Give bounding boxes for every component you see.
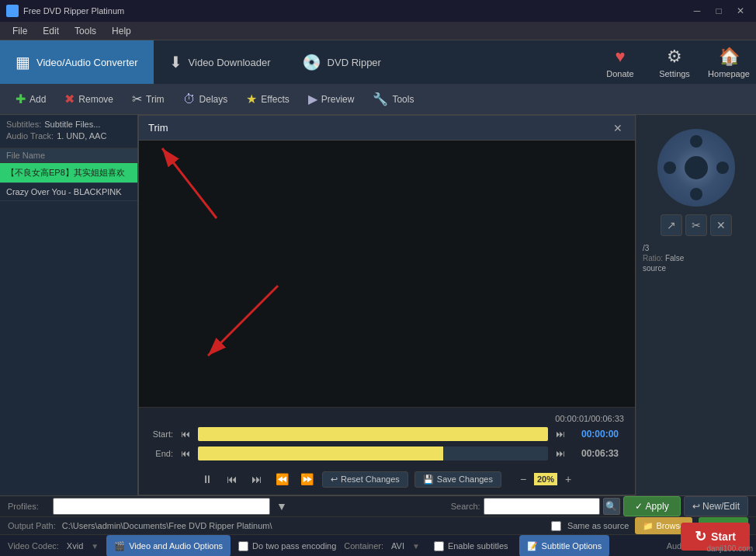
tab-video-downloader[interactable]: ⬇ Video Downloader [154, 40, 286, 84]
zoom-level-display: 20% [534, 473, 557, 485]
donate-button[interactable]: ♥ Donate [593, 40, 647, 84]
minimize-button[interactable]: ─ [688, 4, 706, 18]
right-panel-actions: ↗ ✂ ✕ [661, 214, 732, 236]
delays-button[interactable]: ⏱ Delays [175, 88, 236, 111]
start-jump-back-button[interactable]: ⏮ [178, 426, 193, 442]
container-value: AVI [391, 541, 404, 551]
watermark: danji100.com [707, 544, 753, 553]
apply-label: Apply [646, 501, 669, 512]
container-arrow[interactable]: ▼ [412, 542, 420, 551]
playback-controls: ⏸ ⏮ ⏭ ⏪ ⏩ ↩ Reset Changes 💾 Save Changes [147, 465, 627, 488]
main-toolbar: ▦ Video/Audio Converter ⬇ Video Download… [0, 40, 756, 84]
video-preview-area [139, 141, 635, 407]
rp-export-button[interactable]: ↗ [661, 214, 682, 236]
subtitles-label: Subtitles: [6, 120, 41, 129]
video-codec-arrow[interactable]: ▼ [91, 542, 99, 551]
right-panel: ↗ ✂ ✕ /3 Ratio: False source [636, 115, 756, 495]
bottom-bar: Profiles: ▼ Search: 🔍 ✓ Apply ↩ New/Edit… [0, 495, 756, 556]
same-as-source-checkbox[interactable] [551, 521, 561, 531]
zoom-minus-button[interactable]: − [515, 471, 531, 487]
container-label: Container: [344, 541, 383, 551]
profiles-label: Profiles: [8, 502, 47, 511]
step-back-button[interactable]: ⏪ [272, 470, 291, 488]
save-changes-button[interactable]: 💾 Save Changes [414, 471, 501, 488]
search-button[interactable]: 🔍 [603, 498, 620, 515]
close-button[interactable]: ✕ [731, 4, 750, 18]
do-two-pass-checkbox[interactable] [238, 541, 248, 551]
start-jump-fwd-button[interactable]: ⏭ [553, 426, 568, 442]
settings-button[interactable]: ⚙ Settings [647, 40, 702, 84]
video-audio-opts-icon: 🎬 [114, 541, 125, 551]
search-input[interactable] [484, 498, 600, 515]
svg-line-1 [162, 148, 217, 218]
tools-label: Tools [392, 94, 414, 105]
tab-video-audio-label: Video/Audio Converter [36, 57, 138, 68]
tools-button[interactable]: 🔧 Tools [365, 88, 421, 111]
add-button[interactable]: ✚ Add [8, 88, 54, 111]
remove-label: Remove [78, 94, 113, 105]
effects-button[interactable]: ★ Effects [238, 88, 297, 111]
start-timeline-row: Start: ⏮ ⏭ 00:00:00 [147, 426, 627, 442]
search-label: Search: [451, 502, 480, 511]
subtitle-options-button[interactable]: 📝 Subtitle Options [519, 535, 610, 556]
new-edit-button[interactable]: ↩ New/Edit [684, 496, 748, 516]
pause-button[interactable]: ⏸ [198, 470, 217, 488]
right-panel-info: /3 Ratio: False source [643, 244, 750, 274]
menu-tools[interactable]: Tools [67, 24, 104, 38]
file-item-1[interactable]: 【不良女高EP8】其实姐姐喜欢 [0, 163, 137, 183]
start-timeline-track[interactable] [198, 427, 548, 441]
menu-edit[interactable]: Edit [35, 24, 67, 38]
preview-icon: ▶ [308, 92, 317, 106]
rp-info-val-1: /3 [643, 244, 649, 252]
trim-dialog: Trim ✕ [138, 115, 636, 495]
end-jump-fwd-button[interactable]: ⏭ [553, 446, 568, 461]
homepage-button[interactable]: 🏠 Homepage [702, 40, 756, 84]
search-wrap: Search: 🔍 ✓ Apply ↩ New/Edit [451, 496, 748, 516]
reset-changes-button[interactable]: ↩ Reset Changes [322, 471, 408, 488]
trim-icon: ✂ [132, 92, 142, 106]
homepage-icon: 🏠 [719, 47, 740, 67]
enable-subs-label: Enable subtitles [448, 541, 508, 551]
end-jump-back-button[interactable]: ⏮ [178, 446, 193, 461]
delays-label: Delays [199, 94, 228, 105]
preview-button[interactable]: ▶ Preview [300, 88, 362, 111]
apply-checkmark: ✓ [635, 501, 643, 512]
remove-icon: ✖ [64, 92, 75, 106]
zoom-plus-button[interactable]: + [560, 471, 576, 487]
end-timeline-row: End: ⏮ ⏭ 00:06:33 [147, 446, 627, 461]
enable-subtitles-checkbox[interactable] [434, 541, 444, 551]
annotation-arrow [139, 141, 294, 234]
add-icon: ✚ [16, 92, 26, 106]
video-codec-value: Xvid [67, 541, 83, 551]
dialog-title-bar: Trim ✕ [139, 116, 635, 141]
apply-button[interactable]: ✓ Apply [623, 496, 681, 516]
reel-hole-1 [690, 135, 702, 148]
content-area: Subtitles: Subtitle Files... Audio Track… [0, 115, 756, 495]
menu-file[interactable]: File [5, 24, 35, 38]
file-item-2[interactable]: Crazy Over You - BLACKPINK [0, 183, 137, 201]
video-audio-options-button[interactable]: 🎬 Video and Audio Options [106, 535, 231, 556]
settings-label: Settings [659, 69, 690, 78]
tab-dvd-ripper[interactable]: 💿 DVD Ripper [286, 40, 397, 84]
end-timeline-track[interactable] [198, 447, 548, 460]
profiles-input[interactable] [53, 498, 270, 515]
zoom-control: − 20% + [515, 471, 576, 487]
rp-cut-button[interactable]: ✂ [685, 214, 707, 236]
save-icon: 💾 [423, 474, 434, 485]
remove-button[interactable]: ✖ Remove [57, 88, 121, 111]
dialog-close-button[interactable]: ✕ [610, 120, 626, 136]
rp-info-row-1: /3 [643, 244, 750, 252]
to-start-button[interactable]: ⏮ [223, 470, 241, 488]
menu-help[interactable]: Help [104, 24, 139, 38]
trim-button[interactable]: ✂ Trim [124, 88, 172, 111]
to-end-button[interactable]: ⏭ [248, 470, 266, 488]
do-two-pass-row: Do two pass encoding [238, 541, 336, 551]
rp-close-button[interactable]: ✕ [710, 214, 732, 236]
trim-label: Trim [146, 94, 165, 105]
start-label: Start [711, 530, 736, 543]
profiles-dropdown-icon[interactable]: ▼ [276, 500, 287, 513]
main-area: Trim ✕ [138, 115, 636, 495]
step-fwd-button[interactable]: ⏩ [297, 470, 316, 488]
maximize-button[interactable]: □ [709, 4, 728, 18]
tab-video-audio[interactable]: ▦ Video/Audio Converter [0, 40, 154, 84]
